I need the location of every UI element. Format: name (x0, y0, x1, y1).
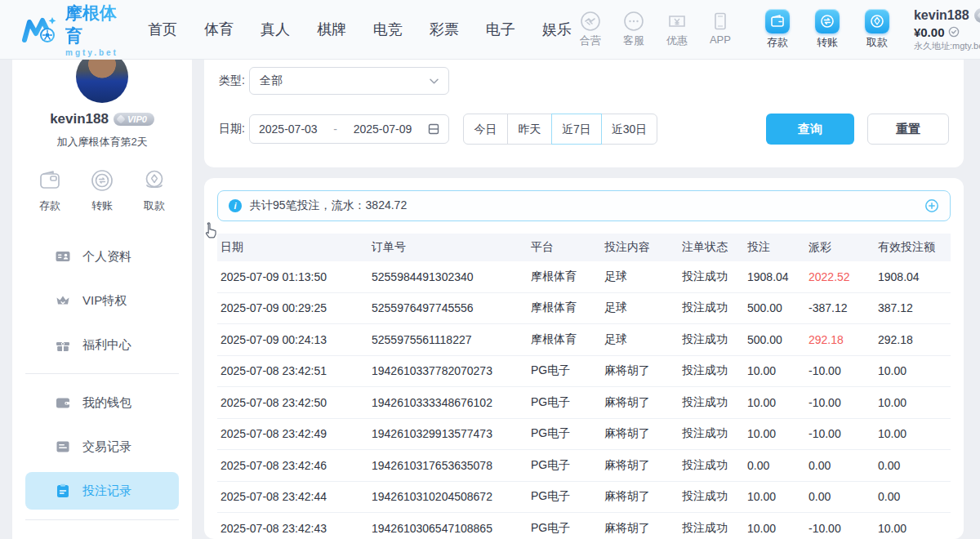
nav-item-cards[interactable]: 棋牌 (317, 20, 346, 39)
quicklink-partner[interactable]: 合营 (572, 11, 609, 48)
cell-order-number: 1942610306547108865 (368, 522, 528, 535)
sidebar-item-welfare[interactable]: 福利中心 (25, 326, 179, 363)
nav-item-sports[interactable]: 体育 (204, 20, 234, 39)
quicklinks-gray: 合营 客服 (572, 11, 739, 48)
range-today-button[interactable]: 今日 (463, 114, 508, 145)
date-start-value: 2025-07-03 (259, 122, 318, 136)
withdraw-button[interactable]: 取款 (858, 9, 896, 50)
sidebar: kevin188 VIP0 加入摩根体育第2天 存款 (12, 59, 192, 539)
quicklink-app[interactable]: APP (702, 11, 739, 48)
cell-platform: PG电子 (528, 458, 601, 473)
cell-order-number: 1942610310204508672 (368, 490, 528, 503)
cell-status: 投注成功 (679, 521, 744, 536)
col-header-platform: 平台 (528, 240, 601, 255)
deposit-button[interactable]: 存款 (759, 9, 796, 50)
cell-platform: 摩根体育 (528, 301, 601, 315)
col-header-status: 注单状态 (679, 240, 744, 255)
col-header-payout: 派彩 (805, 240, 875, 255)
summary-bar: i 共计95笔投注，流水：3824.72 (217, 190, 951, 221)
col-header-order: 订单号 (368, 240, 528, 255)
chevron-down-icon (430, 78, 439, 84)
cell-payout: -10.00 (805, 427, 875, 440)
expand-plus-icon[interactable] (924, 198, 939, 213)
table-row: 2025-07-09 00:24:13 5255975561118227 摩根体… (217, 324, 951, 356)
cell-order-number: 1942610317653635078 (368, 459, 528, 472)
sidebar-item-label: 福利中心 (82, 337, 131, 353)
cell-valid-amount: 10.00 (875, 364, 951, 377)
nav-item-slots[interactable]: 电子 (486, 20, 515, 39)
sidebar-item-wallet[interactable]: 我的钱包 (25, 384, 179, 421)
cell-valid-amount: 0.00 (875, 490, 951, 503)
summary-text: 共计95笔投注，流水：3824.72 (250, 198, 407, 213)
nav-item-entertainment[interactable]: 娱乐 (542, 20, 572, 39)
cell-platform: PG电子 (528, 363, 601, 378)
cell-order-number: 1942610337782070273 (368, 364, 528, 377)
cell-bet-content: 足球 (601, 270, 679, 284)
cell-payout: 0.00 (805, 490, 875, 503)
sidebar-deposit-button[interactable]: 存款 (37, 167, 63, 213)
sidebar-item-transactions[interactable]: 交易记录 (25, 428, 179, 466)
cell-status: 投注成功 (679, 426, 744, 441)
date-range-input[interactable]: 2025-07-03 - 2025-07-09 (249, 114, 449, 144)
quicklink-label: 合营 (580, 33, 601, 48)
sidebar-item-profile[interactable]: 个人资料 (25, 238, 179, 275)
nav-item-lottery[interactable]: 彩票 (430, 20, 459, 39)
cell-bet-content: 麻将胡了 (601, 426, 679, 441)
withdraw-icon (141, 167, 167, 194)
date-filter-label: 日期: (219, 122, 249, 136)
cell-date: 2025-07-08 23:42:51 (217, 364, 368, 377)
main-panel: 类型: 全部 日期: 2025-07-03 - 2025-07-09 (204, 59, 964, 539)
sidebar-action-label: 存款 (39, 198, 60, 213)
transaction-record-icon (55, 439, 71, 455)
search-button[interactable]: 查询 (766, 114, 854, 145)
refresh-balance-icon[interactable] (948, 26, 960, 38)
sidebar-item-label: 投注记录 (82, 483, 131, 499)
transfer-button[interactable]: 转账 (808, 9, 846, 50)
cell-valid-amount: 10.00 (875, 396, 951, 409)
quicklink-label: APP (710, 33, 731, 46)
cell-bet-amount: 10.00 (744, 490, 805, 503)
range-yesterday-button[interactable]: 昨天 (507, 114, 552, 145)
quick-range-group: 今日 昨天 近7日 近30日 (463, 114, 657, 145)
table-row: 2025-07-08 23:42:51 1942610337782070273 … (217, 356, 951, 388)
cell-bet-content: 足球 (601, 332, 679, 347)
sidebar-item-label: VIP特权 (82, 293, 127, 309)
type-select[interactable]: 全部 (249, 67, 449, 95)
nav-item-live[interactable]: 真人 (261, 20, 290, 39)
calendar-icon (428, 123, 439, 135)
deposit-wallet-icon (37, 167, 63, 194)
navbar-right: 合营 客服 (572, 7, 980, 52)
cell-platform: 摩根体育 (528, 270, 601, 284)
cell-payout: 292.18 (805, 333, 875, 346)
nav-item-home[interactable]: 首页 (148, 20, 177, 39)
table-row: 2025-07-08 23:42:49 1942610329913577473 … (217, 419, 951, 451)
nav-item-esports[interactable]: 电竞 (373, 20, 403, 39)
quicklink-promo[interactable]: 优惠 (658, 11, 696, 48)
brand-logo[interactable]: 摩根体育 mgty.bet (21, 2, 118, 57)
vip-badge: VIP0 (974, 8, 980, 23)
cell-order-number: 5255984491302340 (368, 270, 528, 283)
cell-bet-amount: 10.00 (744, 522, 805, 535)
range-last7days-button[interactable]: 近7日 (551, 114, 602, 145)
cell-valid-amount: 387.12 (875, 301, 951, 314)
cell-platform: PG电子 (528, 395, 601, 410)
sidebar-item-bet-records[interactable]: 投注记录 (25, 472, 179, 510)
cell-order-number: 1942610329913577473 (368, 427, 528, 440)
support-chat-icon (623, 11, 644, 32)
sidebar-item-vip[interactable]: VIP特权 (25, 282, 179, 319)
cell-valid-amount: 10.00 (875, 427, 951, 440)
cell-bet-amount: 500.00 (744, 301, 805, 314)
crown-icon (55, 292, 71, 309)
sidebar-item-redeem[interactable]: R 兑奖记录 (25, 530, 179, 539)
range-last30days-button[interactable]: 近30日 (601, 114, 658, 145)
reset-button[interactable]: 重置 (867, 114, 949, 145)
type-filter-label: 类型: (219, 74, 249, 88)
sidebar-divider (25, 373, 179, 374)
sidebar-transfer-button[interactable]: 转账 (89, 167, 115, 213)
cell-status: 投注成功 (679, 363, 744, 378)
sidebar-withdraw-button[interactable]: 取款 (141, 167, 167, 213)
date-end-value: 2025-07-09 (354, 122, 412, 136)
quicklink-support[interactable]: 客服 (615, 11, 653, 48)
cell-order-number: 5255976497745556 (368, 301, 528, 314)
permanent-address: 永久地址:mgty.bet (914, 40, 980, 51)
